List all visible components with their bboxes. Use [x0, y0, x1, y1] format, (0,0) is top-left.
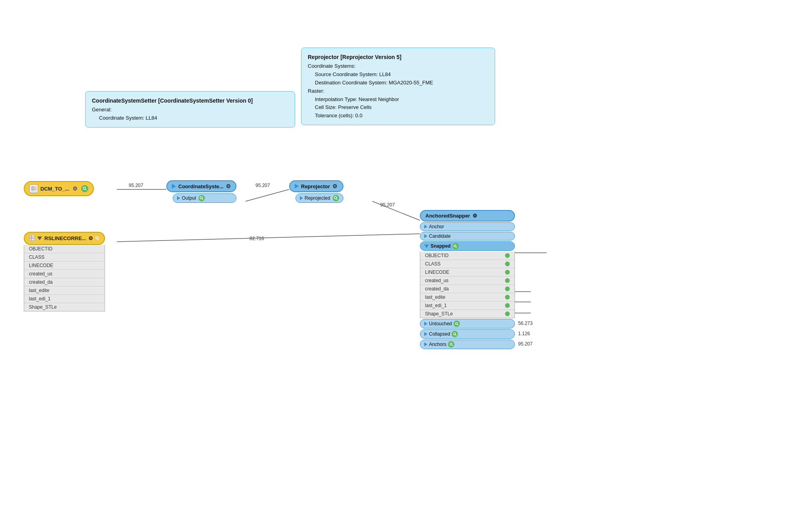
snapped-attr-shape_stle: Shape_STLe — [420, 310, 515, 318]
rslinecorre-node[interactable]: RSLINECORRE... ⚙ OBJECTID CLASS LINECODE… — [24, 232, 105, 311]
svg-line-15 — [202, 199, 204, 200]
connections-svg — [0, 0, 812, 527]
coord-setter-header[interactable]: CoordinateSyste... ⚙ — [166, 180, 236, 192]
tooltip1-title: CoordinateSystemSetter [CoordinateSystem… — [92, 96, 288, 105]
coord-output-inspect[interactable] — [198, 195, 205, 201]
candidate-label: Candidate — [429, 233, 451, 239]
rslinecorre-attr-list: OBJECTID CLASS LINECODE created_us creat… — [24, 245, 105, 311]
rslinecorre-table-icon — [29, 235, 35, 242]
candidate-triangle — [424, 234, 427, 238]
svg-line-13 — [85, 189, 86, 191]
snapped-attr-linecode-dot — [505, 270, 510, 275]
anchors-inspect[interactable] — [448, 341, 454, 348]
svg-line-1 — [246, 189, 289, 201]
snapped-attr-objectid-dot — [505, 253, 510, 258]
snapped-attr-class: CLASS — [420, 260, 515, 268]
rslinecorre-attr-linecode: LINECODE — [24, 262, 105, 270]
anchored-snapper-label: AnchoredSnapper — [425, 213, 470, 219]
rslinecorre-header[interactable]: RSLINECORRE... ⚙ — [24, 232, 105, 245]
tooltip2-dest: Destination Coordinate System: MGA2020-5… — [308, 79, 488, 87]
snapped-label: Snapped — [431, 243, 451, 249]
untouched-port[interactable]: Untouched — [420, 319, 515, 328]
reprojector-gear-icon[interactable]: ⚙ — [332, 183, 337, 189]
tooltip2-interp: Interpolation Type: Nearest Neighbor — [308, 95, 488, 104]
reprojector-label: Reprojector — [301, 183, 330, 189]
snapped-attr-created-da-dot — [505, 286, 510, 291]
svg-point-16 — [334, 197, 337, 199]
rslinecorre-expand-icon[interactable] — [37, 237, 42, 240]
rslinecorre-gear-icon[interactable]: ⚙ — [88, 235, 93, 241]
reprojector-node[interactable]: Reprojector ⚙ Reprojected — [289, 180, 343, 203]
snapped-attr-last-edi-1-dot — [505, 303, 510, 308]
rslinecorre-label: RSLINECORRE... — [44, 235, 86, 241]
coord-setter-label: CoordinateSyste... — [178, 183, 223, 189]
rslinecorre-attr-created_da: created_da — [24, 278, 105, 286]
svg-line-29 — [456, 334, 456, 335]
coord-setter-output-port[interactable]: Output — [173, 193, 236, 203]
reprojector-tooltip: Reprojector [Reprojector Version 5] Coor… — [301, 48, 495, 125]
anchors-count: 95.207 — [518, 341, 533, 347]
collapsed-port[interactable]: Collapsed — [420, 329, 515, 339]
dcm-inspect-icon[interactable] — [81, 185, 88, 192]
snapped-attr-shape-stle-dot — [505, 311, 510, 316]
collapsed-count: 1.126 — [518, 331, 530, 336]
svg-line-25 — [456, 246, 457, 247]
collapsed-inspect[interactable] — [452, 331, 458, 337]
dcm-table-icon — [29, 184, 38, 193]
coord-setter-gear-icon[interactable]: ⚙ — [226, 183, 231, 189]
anchored-snapper-header[interactable]: AnchoredSnapper ⚙ — [420, 210, 515, 221]
rslinecorre-attr-class: CLASS — [24, 253, 105, 262]
tooltip1-line0: General: — [92, 106, 288, 114]
dcm-to-node[interactable]: DCM_TO_... ⚙ — [24, 181, 94, 196]
candidate-port[interactable]: Candidate — [420, 232, 515, 241]
anchors-port[interactable]: Anchors — [420, 340, 515, 349]
snapped-port[interactable]: Snapped — [420, 241, 515, 251]
dcm-gear-icon[interactable]: ⚙ — [72, 185, 79, 192]
snapped-inspect[interactable] — [452, 243, 459, 249]
untouched-count: 56.273 — [518, 321, 533, 326]
coordinate-system-setter-node[interactable]: CoordinateSyste... ⚙ Output — [166, 180, 236, 203]
anchored-ports: Anchor Candidate Snapped — [420, 222, 515, 349]
anchors-label: Anchors — [429, 342, 446, 347]
count-rslinecorre-anchored: 82.716 — [250, 236, 264, 241]
count-coord-reprojector: 95.207 — [255, 183, 270, 188]
rslinecorre-attr-shape_stle: Shape_STLe — [24, 303, 105, 311]
anchor-triangle — [424, 225, 427, 229]
svg-line-27 — [457, 324, 458, 325]
reprojector-input-triangle — [295, 184, 299, 189]
snapped-attr-objectid: OBJECTID — [420, 252, 515, 260]
svg-line-31 — [452, 345, 452, 346]
coordinate-system-setter-tooltip: CoordinateSystemSetter [CoordinateSystem… — [85, 91, 295, 128]
snapped-expand-icon — [424, 244, 429, 248]
reprojector-output-inspect[interactable] — [333, 195, 339, 201]
rslinecorre-inspect-icon[interactable] — [95, 235, 99, 241]
tooltip2-coord-systems: Coordinate Systems: — [308, 62, 488, 71]
anchored-snapper-node[interactable]: AnchoredSnapper ⚙ Anchor Candidate Snapp… — [420, 210, 515, 349]
reprojector-output-port[interactable]: Reprojected — [295, 193, 343, 203]
canvas: CoordinateSystemSetter [CoordinateSystem… — [0, 0, 812, 527]
rslinecorre-attr-objectid: OBJECTID — [24, 245, 105, 253]
coord-output-triangle — [177, 196, 180, 200]
snapped-attr-list: OBJECTID CLASS LINECODE created_us creat… — [420, 252, 515, 318]
rslinecorre-attr-last_edi_1: last_edi_1 — [24, 295, 105, 303]
tooltip2-source: Source Coordinate System: LL84 — [308, 71, 488, 79]
count-dcm-coord: 95.207 — [129, 183, 143, 188]
tooltip2-cellsize: Cell Size: Preserve Cells — [308, 103, 488, 112]
anchor-port[interactable]: Anchor — [420, 222, 515, 231]
reprojector-header[interactable]: Reprojector ⚙ — [289, 180, 343, 192]
svg-point-24 — [454, 244, 456, 246]
dcm-to-reader[interactable]: DCM_TO_... ⚙ — [24, 181, 94, 196]
svg-rect-18 — [29, 235, 35, 241]
svg-point-14 — [200, 197, 202, 199]
svg-point-28 — [454, 332, 456, 334]
snapped-attr-created_da: created_da — [420, 285, 515, 293]
snapped-attr-created_us: created_us — [420, 277, 515, 285]
svg-line-3 — [117, 234, 420, 242]
tooltip2-tolerance: Tolerance (cells): 0.0 — [308, 112, 488, 120]
snapped-attr-last_edite: last_edite — [420, 293, 515, 302]
svg-line-17 — [336, 199, 337, 200]
anchored-gear-icon[interactable]: ⚙ — [473, 213, 477, 219]
untouched-inspect[interactable] — [454, 321, 460, 327]
collapsed-triangle — [424, 332, 427, 336]
reprojector-output-triangle — [300, 196, 303, 200]
